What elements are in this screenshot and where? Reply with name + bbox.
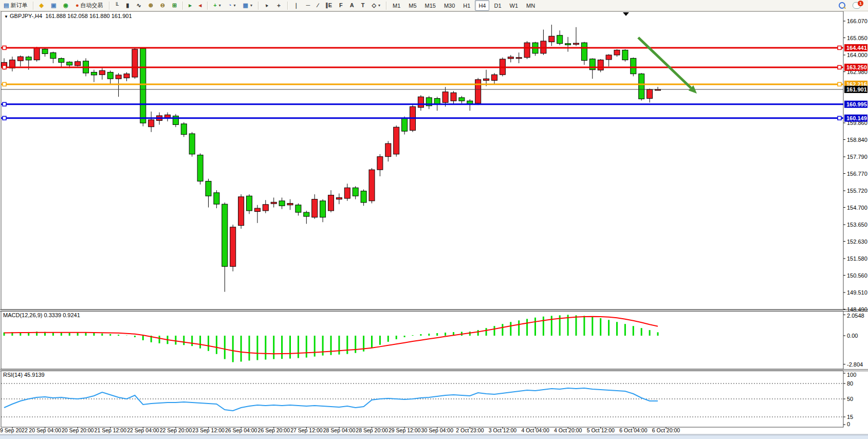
line-handle[interactable] — [838, 116, 841, 120]
line-handle[interactable] — [3, 65, 6, 69]
autotrade-button[interactable]: ●自动交易 — [72, 0, 106, 11]
tile-windows-button[interactable]: ⊞ — [169, 0, 180, 11]
price-tick-label: 149.510 — [847, 289, 867, 296]
svg-text:161.901: 161.901 — [846, 86, 867, 93]
svg-text:160.149: 160.149 — [846, 115, 867, 121]
auto-scroll-button[interactable]: ▸ — [186, 0, 195, 11]
timeframe-m30-button[interactable]: M30 — [440, 0, 458, 11]
chart-shift-button[interactable]: ◂ — [196, 0, 205, 11]
svg-text:164.441: 164.441 — [846, 45, 867, 51]
time-label: 26 Sep 20:00 — [258, 427, 290, 433]
chart-dropdown-icon[interactable]: ▼ — [4, 14, 8, 19]
templates-icon: ▦ — [243, 3, 248, 8]
chat-balloon-icon: 1 — [853, 2, 861, 9]
timeframe-d1-button[interactable]: D1 — [490, 0, 505, 11]
rsi-axis-label: 80 — [847, 380, 853, 387]
price-tick-label: 152.630 — [847, 239, 867, 245]
label-button[interactable]: T — [358, 0, 368, 11]
main-toolbar: ▤新订单◆▣◉●自动交易╙▮∿⊕⊖⊞▸◂+▾◔▾▦▾▲＋｜─∕∥EFAT◇▾M1… — [0, 0, 868, 11]
time-label: 5 Oct 12:00 — [587, 427, 615, 433]
signals-button[interactable]: ◉ — [60, 0, 71, 11]
timeframe-mn-button[interactable]: MN — [523, 0, 539, 11]
status-bar — [0, 435, 868, 439]
signals-icon: ◉ — [63, 3, 68, 8]
price-tick-label: 164.000 — [847, 52, 867, 58]
crosshair-icon: ＋ — [276, 3, 282, 8]
indicators-icon: + — [213, 3, 216, 8]
timeframe-h1-button[interactable]: H1 — [459, 0, 474, 11]
periods-button[interactable]: ◔▾ — [225, 0, 239, 11]
search-button[interactable] — [836, 0, 848, 11]
chevron-down-icon: ▾ — [250, 3, 252, 8]
timeframe-m1-button[interactable]: M1 — [389, 0, 404, 11]
price-tick-label: 156.770 — [847, 171, 867, 177]
channel-button[interactable]: ∥E — [322, 0, 335, 11]
fibonacci-button[interactable]: F — [336, 0, 346, 11]
macd-axis-label: -2.804 — [847, 361, 863, 368]
chevron-down-icon: ▾ — [219, 3, 221, 8]
timeframe-m15-button[interactable]: M15 — [421, 0, 439, 11]
toolbar-separator — [109, 2, 109, 10]
time-label: 28 Sep 20:00 — [356, 427, 388, 433]
candlestick-icon: ▮ — [126, 3, 129, 8]
rsi-axis-label: 100 — [847, 372, 856, 378]
vline-button[interactable]: ｜ — [290, 0, 302, 11]
zoom-out-button[interactable]: ⊖ — [157, 0, 168, 11]
line-handle[interactable] — [838, 65, 841, 69]
price-badge: 160.995 — [844, 101, 867, 108]
trendline-button[interactable]: ∕ — [314, 0, 321, 11]
indicators-button[interactable]: +▾ — [210, 0, 224, 11]
zoom-in-button[interactable]: ⊕ — [145, 0, 156, 11]
symbol-header: ▼ GBPJPY-,H4 161.888 162.058 161.880 161… — [4, 13, 132, 19]
hline-button[interactable]: ─ — [303, 0, 313, 11]
timeframe-w1-button[interactable]: W1 — [506, 0, 522, 11]
time-label: 20 Sep 20:00 — [62, 427, 94, 433]
line-handle[interactable] — [3, 116, 6, 120]
line-chart-button[interactable]: ∿ — [133, 0, 144, 11]
templates-button[interactable]: ▦▾ — [239, 0, 255, 11]
timeframe-h4-button[interactable]: H4 — [475, 0, 489, 11]
price-tick-label: 158.840 — [847, 137, 867, 143]
new-order-button[interactable]: ▤新订单 — [1, 0, 30, 11]
bar-chart-button[interactable]: ╙ — [112, 0, 122, 11]
chart-canvas[interactable]: 166.070165.050164.000162.980159.860158.8… — [0, 0, 868, 439]
time-label: 30 Sep 04:00 — [421, 427, 454, 433]
price-tick-label: 153.650 — [847, 222, 867, 228]
vline-icon: ｜ — [293, 3, 299, 8]
time-label: 27 Sep 12:00 — [290, 427, 323, 433]
text-icon: A — [350, 3, 354, 8]
price-tick-label: 154.700 — [847, 205, 867, 211]
price-badge: 160.149 — [844, 115, 867, 122]
profile-button[interactable]: ▣ — [48, 0, 59, 11]
time-label: 23 Sep 12:00 — [192, 427, 225, 433]
line-handle[interactable] — [3, 102, 6, 106]
line-handle[interactable] — [838, 82, 841, 86]
toolbar-separator — [33, 2, 33, 10]
text-button[interactable]: A — [347, 0, 357, 11]
price-tick-label: 165.050 — [847, 35, 867, 41]
price-tick-label: 166.070 — [847, 18, 867, 24]
candle — [132, 48, 138, 79]
line-handle[interactable] — [3, 46, 6, 49]
chevron-down-icon: ▾ — [378, 3, 380, 8]
macd-label: MACD(12,26,9) 0.3339 0.9241 — [3, 312, 80, 318]
candlestick-button[interactable]: ▮ — [123, 0, 132, 11]
crosshair-button[interactable]: ＋ — [273, 0, 285, 11]
rsi-axis-label: 0 — [847, 421, 850, 427]
time-axis[interactable]: 19 Sep 202220 Sep 04:0020 Sep 20:0021 Se… — [0, 427, 680, 433]
charts-button[interactable]: ◆ — [36, 0, 46, 11]
cursor-button[interactable]: ▲ — [261, 0, 272, 11]
notifications-button[interactable]: 1 — [849, 0, 864, 11]
symbol-name: GBPJPY-,H4 — [10, 13, 42, 19]
time-label: 26 Sep 04:00 — [225, 427, 257, 433]
new-order-icon: ▤ — [4, 3, 9, 8]
candle — [475, 78, 481, 105]
cursor-icon: ▲ — [263, 2, 270, 9]
zoom-in-icon: ⊕ — [149, 3, 153, 8]
line-handle[interactable] — [838, 46, 841, 49]
line-handle[interactable] — [3, 82, 6, 86]
timeframe-m5-button[interactable]: M5 — [405, 0, 420, 11]
candle — [189, 132, 195, 157]
rsi-label: RSI(14) 45.9139 — [3, 372, 45, 378]
arrows-button[interactable]: ◇▾ — [369, 0, 383, 11]
